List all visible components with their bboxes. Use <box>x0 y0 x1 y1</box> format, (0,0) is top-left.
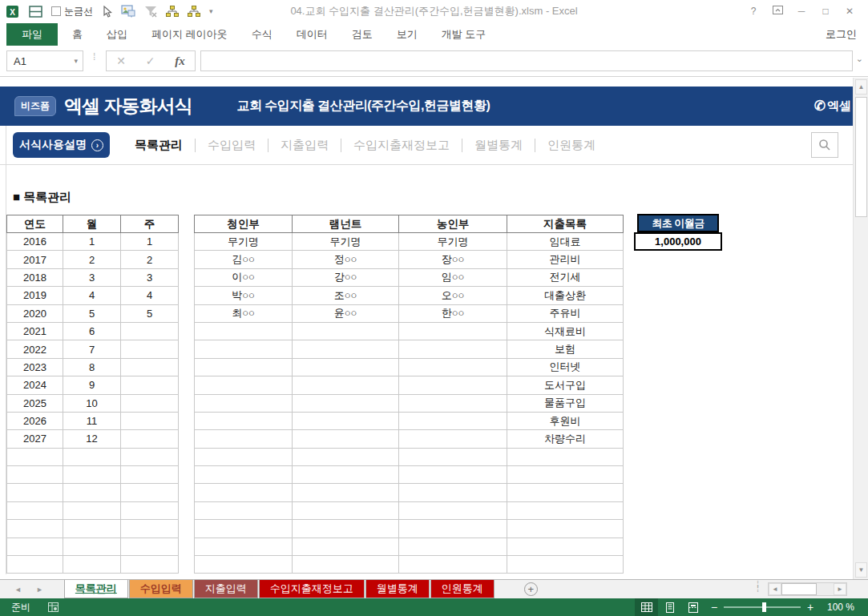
nav-item-지출입력[interactable]: 지출입력 <box>281 138 329 153</box>
cell[interactable] <box>399 556 507 574</box>
cell[interactable] <box>507 484 624 501</box>
cell[interactable]: 2 <box>121 251 179 268</box>
cell[interactable]: 윤○○ <box>293 304 399 322</box>
cell[interactable]: 한○○ <box>399 304 507 322</box>
cell[interactable]: 1 <box>63 233 121 251</box>
name-box[interactable]: A1 ▾ <box>6 50 83 71</box>
cell[interactable] <box>293 520 399 537</box>
tabbar-grip[interactable]: ⁞⁞ <box>757 582 759 591</box>
scroll-right-icon[interactable]: ► <box>834 583 846 595</box>
cell[interactable]: 2024 <box>7 376 63 394</box>
cell[interactable]: 전기세 <box>507 268 624 286</box>
cell[interactable] <box>507 537 624 555</box>
ribbon-tab-보기[interactable]: 보기 <box>385 23 430 46</box>
vertical-scrollbar[interactable]: ▲ ▼ <box>853 78 868 579</box>
cell[interactable]: 임대료 <box>507 233 624 251</box>
normal-view-icon[interactable] <box>635 598 658 616</box>
cell[interactable]: 박○○ <box>195 287 293 304</box>
cell[interactable] <box>399 340 507 358</box>
cell[interactable]: 2021 <box>7 322 63 340</box>
cell[interactable] <box>293 501 399 519</box>
cell[interactable] <box>195 412 293 429</box>
column-header-주[interactable]: 주 <box>121 215 179 233</box>
cell[interactable] <box>399 430 507 448</box>
cell[interactable]: 7 <box>63 340 121 358</box>
ribbon-tab-수식[interactable]: 수식 <box>240 23 285 46</box>
horizontal-scroll-track[interactable] <box>817 583 834 595</box>
column-header-월[interactable]: 월 <box>63 215 121 233</box>
cell[interactable] <box>7 448 63 465</box>
column-header-지출목록[interactable]: 지출목록 <box>507 215 624 233</box>
cell[interactable] <box>121 412 179 429</box>
cell[interactable]: 2018 <box>7 268 63 286</box>
cell[interactable]: 8 <box>63 358 121 376</box>
sheet-tab-목록관리[interactable]: 목록관리 <box>64 580 128 598</box>
cell[interactable] <box>399 537 507 555</box>
cell[interactable] <box>293 448 399 465</box>
cell[interactable] <box>63 466 121 484</box>
cell[interactable]: 무기명 <box>195 233 293 251</box>
nav-item-수입입력[interactable]: 수입입력 <box>208 138 256 153</box>
cell[interactable]: 무기명 <box>293 233 399 251</box>
cell[interactable]: 임○○ <box>399 268 507 286</box>
cell[interactable] <box>121 430 179 448</box>
cell[interactable] <box>293 340 399 358</box>
cell[interactable] <box>7 501 63 519</box>
ribbon-tab-홈[interactable]: 홈 <box>60 23 95 46</box>
sheet-prev-icon[interactable]: ◄ <box>14 586 22 594</box>
nav-item-수입지출재정보고[interactable]: 수입지출재정보고 <box>353 138 450 153</box>
cell[interactable] <box>121 466 179 484</box>
cell[interactable] <box>399 448 507 465</box>
confirm-entry-icon[interactable]: ✓ <box>146 54 155 67</box>
cell[interactable]: 오○○ <box>399 287 507 304</box>
cell[interactable] <box>293 358 399 376</box>
cell[interactable] <box>121 448 179 465</box>
nav-item-목록관리[interactable]: 목록관리 <box>135 138 183 153</box>
column-header-연도[interactable]: 연도 <box>7 215 63 233</box>
cell[interactable] <box>293 376 399 394</box>
maximize-button[interactable]: □ <box>813 6 838 17</box>
help-button[interactable]: ? <box>741 6 765 17</box>
sheet-tab-수입지출재정보고[interactable]: 수입지출재정보고 <box>259 580 365 598</box>
formula-input[interactable] <box>200 50 853 71</box>
cell[interactable] <box>195 466 293 484</box>
vertical-scroll-thumb[interactable] <box>855 97 867 217</box>
page-layout-view-icon[interactable] <box>658 598 681 616</box>
sheet-next-icon[interactable]: ► <box>36 586 43 594</box>
cell[interactable]: 강○○ <box>293 268 399 286</box>
cell[interactable] <box>293 394 399 412</box>
column-header-램넌트[interactable]: 램넌트 <box>293 215 399 233</box>
cancel-entry-icon[interactable]: ✕ <box>116 54 126 67</box>
cell[interactable] <box>293 430 399 448</box>
login-link[interactable]: 로그인 <box>826 27 857 42</box>
column-header-농인부[interactable]: 농인부 <box>399 215 507 233</box>
new-sheet-icon[interactable]: + <box>524 582 538 596</box>
usage-guide-button[interactable]: 서식사용설명 › <box>13 132 110 158</box>
cell[interactable]: 관리비 <box>507 251 624 268</box>
cell[interactable]: 1 <box>121 233 179 251</box>
cell[interactable] <box>121 556 179 574</box>
cell[interactable] <box>121 340 179 358</box>
cell[interactable] <box>7 484 63 501</box>
cell[interactable] <box>121 376 179 394</box>
cell[interactable]: 후원비 <box>507 412 624 429</box>
cell[interactable]: 2025 <box>7 394 63 412</box>
cell[interactable] <box>507 556 624 574</box>
cell[interactable]: 4 <box>63 287 121 304</box>
cell[interactable] <box>507 448 624 465</box>
cell[interactable] <box>399 484 507 501</box>
cell[interactable]: 12 <box>63 430 121 448</box>
cell[interactable] <box>293 537 399 555</box>
nav-item-인원통계[interactable]: 인원통계 <box>547 138 595 153</box>
cell[interactable]: 인터넷 <box>507 358 624 376</box>
zoom-level[interactable]: 100 % <box>820 602 862 613</box>
cell[interactable]: 2016 <box>7 233 63 251</box>
cell[interactable] <box>121 322 179 340</box>
cell[interactable] <box>7 466 63 484</box>
cell[interactable] <box>195 556 293 574</box>
cell[interactable]: 6 <box>63 322 121 340</box>
cell[interactable]: 9 <box>63 376 121 394</box>
cell[interactable] <box>195 520 293 537</box>
cell[interactable]: 장○○ <box>399 251 507 268</box>
cell[interactable] <box>399 501 507 519</box>
